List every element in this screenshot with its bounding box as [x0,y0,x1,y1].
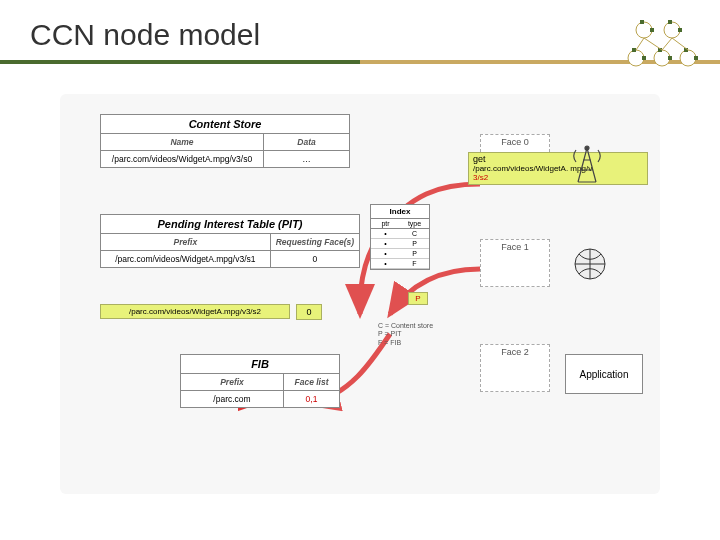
svg-point-19 [585,146,589,150]
svg-line-16 [644,38,662,50]
svg-point-4 [680,50,696,66]
antenna-icon [570,144,604,184]
svg-rect-9 [632,48,636,52]
request-label: get /parc.com/videos/WidgetA. mpg/v 3/s2 [468,152,648,185]
index-col-type: type [400,219,429,228]
pit-title: Pending Interest Table (PIT) [101,215,359,234]
svg-rect-10 [642,56,646,60]
svg-line-18 [672,38,688,50]
fib-row1-faces: 0,1 [284,391,339,407]
network-ornament-icon [622,14,702,74]
page-title: CCN node model [30,18,720,52]
table-row: /parc.com 0,1 [181,391,339,407]
index-title: Index [371,205,429,219]
svg-point-0 [636,22,652,38]
svg-point-1 [664,22,680,38]
svg-point-2 [628,50,644,66]
pit-panel: Pending Interest Table (PIT) Prefix Requ… [100,214,360,268]
table-row: •C [371,229,429,239]
cs-row1-data: … [264,151,349,167]
table-row: •P [371,249,429,259]
svg-rect-8 [678,28,682,32]
svg-rect-5 [640,20,644,24]
index-legend: C = Content store P = PIT F = FIB [378,322,433,347]
face-2: Face 2 [480,344,550,392]
face-1: Face 1 [480,239,550,287]
table-row: •F [371,259,429,269]
table-row: /parc.com/videos/WidgetA.mpg/v3/s1 0 [101,251,359,267]
application-box: Application [565,354,643,394]
svg-point-3 [654,50,670,66]
pit-row2-prefix-overlay: /parc.com/videos/WidgetA.mpg/v3/s2 [100,304,290,319]
cs-col-name: Name [101,134,264,150]
pit-row1-faces: 0 [271,251,359,267]
index-extra-p: P [408,292,428,305]
svg-rect-12 [668,56,672,60]
pit-row2-faces-overlay: 0 [296,304,322,320]
cs-row1-name: /parc.com/videos/WidgetA.mpg/v3/s0 [101,151,264,167]
pit-col-prefix: Prefix [101,234,271,250]
index-panel: Index ptr type •C •P •P •F [370,204,430,270]
pit-col-faces: Requesting Face(s) [271,234,359,250]
svg-line-17 [662,38,672,50]
content-store-title: Content Store [101,115,349,134]
request-line3: 3/s2 [473,174,643,183]
table-row: /parc.com/videos/WidgetA.mpg/v3/s0 … [101,151,349,167]
fib-title: FIB [181,355,339,374]
content-store-panel: Content Store Name Data /parc.com/videos… [100,114,350,168]
fib-row1-prefix: /parc.com [181,391,284,407]
fib-col-prefix: Prefix [181,374,284,390]
fib-col-faces: Face list [284,374,339,390]
svg-line-15 [636,38,644,50]
request-line2: /parc.com/videos/WidgetA. mpg/v [473,165,643,174]
index-col-ptr: ptr [371,219,400,228]
svg-rect-14 [694,56,698,60]
svg-rect-7 [668,20,672,24]
pit-row1-prefix: /parc.com/videos/WidgetA.mpg/v3/s1 [101,251,271,267]
globe-icon [570,244,610,284]
svg-rect-6 [650,28,654,32]
ccn-diagram: Content Store Name Data /parc.com/videos… [60,94,660,494]
cs-col-data: Data [264,134,349,150]
fib-panel: FIB Prefix Face list /parc.com 0,1 [180,354,340,408]
table-row: •P [371,239,429,249]
